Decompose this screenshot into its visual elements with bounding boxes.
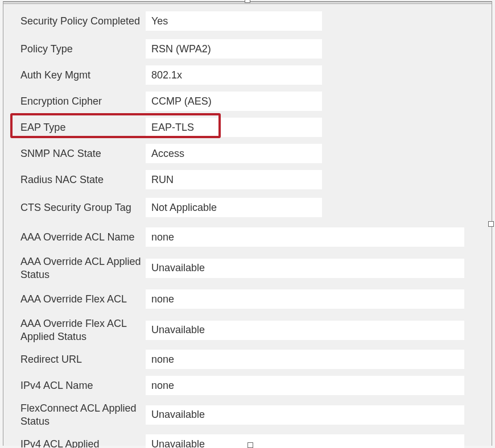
property-value: none — [146, 289, 464, 309]
property-value: Unavailable — [146, 321, 464, 340]
property-rows-container: Security Policy CompletedYesPolicy TypeR… — [3, 6, 492, 448]
property-value: Access — [146, 144, 322, 163]
resize-handle-top[interactable] — [245, 0, 250, 3]
property-label: Encryption Cipher — [20, 95, 146, 108]
property-row: Auth Key Mgmt802.1x — [3, 62, 492, 88]
property-row: Radius NAC StateRUN — [3, 167, 492, 193]
property-label: Redirect URL — [20, 353, 146, 366]
properties-panel: Security Policy CompletedYesPolicy TypeR… — [3, 1, 492, 446]
property-value: RSN (WPA2) — [146, 39, 322, 59]
property-value: EAP-TLS — [146, 118, 322, 137]
property-label: Auth Key Mgmt — [20, 69, 146, 82]
property-value: none — [146, 227, 464, 247]
property-row: IPv4 ACL Namenone — [3, 372, 492, 399]
property-label: SNMP NAC State — [20, 147, 146, 160]
property-label: IPv4 ACL Applied — [20, 438, 146, 448]
property-value: 802.1x — [146, 65, 322, 85]
property-label: Security Policy Completed — [20, 15, 146, 28]
property-row: Encryption CipherCCMP (AES) — [3, 88, 492, 114]
property-value: RUN — [146, 170, 322, 189]
property-value: Yes — [146, 11, 322, 31]
property-row: Redirect URLnone — [3, 346, 492, 372]
property-value: none — [146, 376, 464, 395]
property-label: CTS Security Group Tag — [20, 201, 146, 214]
property-value: CCMP (AES) — [146, 92, 322, 111]
property-row: AAA Override ACL Applied StatusUnavailab… — [3, 252, 492, 284]
property-label: AAA Override Flex ACL — [20, 293, 146, 306]
property-row: FlexConnect ACL Applied StatusUnavailabl… — [3, 399, 492, 431]
property-row: Security Policy CompletedYes — [3, 6, 492, 36]
property-label: AAA Override ACL Name — [20, 231, 146, 244]
property-label: IPv4 ACL Name — [20, 379, 146, 392]
property-row: CTS Security Group TagNot Applicable — [3, 193, 492, 222]
property-value: Not Applicable — [146, 198, 322, 217]
property-label: AAA Override ACL Applied Status — [20, 255, 146, 281]
property-row: AAA Override ACL Namenone — [3, 222, 492, 252]
property-value: Unavailable — [146, 259, 464, 278]
property-label: FlexConnect ACL Applied Status — [20, 402, 146, 428]
resize-handle-right[interactable] — [488, 221, 494, 227]
property-row: AAA Override Flex ACL Applied StatusUnav… — [3, 314, 492, 346]
property-label: Policy Type — [20, 43, 146, 56]
property-row: AAA Override Flex ACLnone — [3, 284, 492, 314]
property-value: Unavailable — [146, 405, 464, 425]
property-row: SNMP NAC StateAccess — [3, 140, 492, 167]
property-row: Policy TypeRSN (WPA2) — [3, 36, 492, 62]
resize-handle-bottom[interactable] — [248, 442, 253, 448]
property-label: AAA Override Flex ACL Applied Status — [20, 317, 146, 343]
property-value: none — [146, 350, 464, 369]
property-row: EAP TypeEAP-TLS — [3, 114, 492, 140]
property-label: Radius NAC State — [20, 173, 146, 186]
property-value: Unavailable — [146, 434, 464, 448]
property-label: EAP Type — [20, 121, 146, 134]
